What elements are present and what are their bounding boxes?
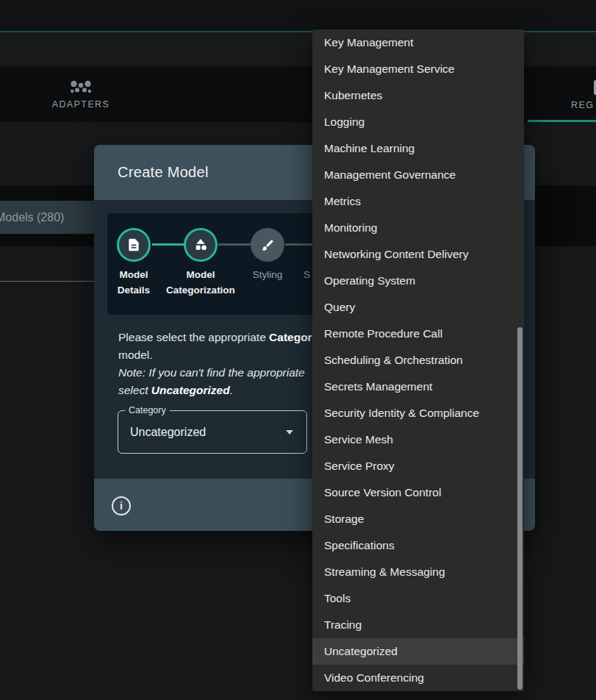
stepper-connector	[218, 243, 251, 246]
models-tab-label: Models (280)	[0, 211, 64, 224]
step-label-4: S	[304, 267, 310, 282]
tab-registries[interactable]: REG	[528, 66, 596, 122]
dropdown-option[interactable]: Tracing	[312, 612, 524, 638]
category-select-label: Category	[125, 405, 170, 415]
top-app-bar	[0, 0, 596, 31]
dropdown-option[interactable]: Kubernetes	[312, 82, 524, 109]
dropdown-option[interactable]: Networking Content Delivery	[312, 241, 524, 268]
dropdown-option[interactable]: Security Identity & Compliance	[312, 400, 524, 426]
dropdown-option[interactable]: Monitoring	[312, 215, 524, 241]
brush-icon	[261, 238, 275, 252]
tab-adapters[interactable]: ADAPTERS	[22, 66, 140, 122]
divider-line	[0, 281, 94, 282]
dropdown-option[interactable]: Tools	[312, 585, 524, 612]
dropdown-option[interactable]: Specifications	[312, 532, 524, 559]
dropdown-option[interactable]: Service Proxy	[312, 453, 524, 479]
dropdown-option[interactable]: Metrics	[312, 188, 524, 215]
tab-adapters-label: ADAPTERS	[52, 99, 110, 110]
dropdown-option[interactable]: Key Management Service	[312, 56, 524, 82]
dropdown-option[interactable]: Service Mesh	[312, 426, 524, 453]
dropdown-option[interactable]: Remote Procedure Call	[312, 321, 524, 347]
active-tab-indicator	[528, 120, 596, 122]
dropdown-option[interactable]: Management Governance	[312, 162, 524, 188]
category-instruction-text: Please select the appropriate Category m…	[118, 329, 318, 364]
category-select[interactable]: Uncategorized	[118, 410, 307, 454]
category-select-value: Uncategorized	[130, 426, 206, 439]
shapes-icon	[193, 238, 208, 252]
dropdown-option[interactable]: Video Conferencing	[312, 665, 524, 691]
dropdown-option[interactable]: Scheduling & Orchestration	[312, 347, 524, 374]
dropdown-option[interactable]: Query	[312, 294, 524, 321]
category-dropdown-menu: Key Management Key Management Service Ku…	[312, 29, 524, 691]
dropdown-option[interactable]: Operating System	[312, 268, 524, 294]
dropdown-option[interactable]: Uncategorized	[312, 638, 524, 665]
dropdown-option[interactable]: Key Management	[312, 29, 524, 56]
step-styling[interactable]	[251, 228, 284, 262]
dropdown-option[interactable]: Streaming & Messaging	[312, 559, 524, 585]
chevron-down-icon	[286, 430, 293, 435]
dialog-title: Create Model	[118, 164, 209, 181]
step-model-categorization[interactable]	[184, 228, 218, 262]
document-icon	[126, 238, 141, 252]
info-button[interactable]: i	[112, 496, 131, 515]
step-model-details[interactable]	[117, 228, 151, 262]
dropdown-option[interactable]: Storage	[312, 506, 524, 532]
dropdown-option[interactable]: Source Version Control	[312, 479, 524, 506]
dropdown-scrollbar-thumb[interactable]	[517, 327, 523, 690]
step-label-styling: Styling	[223, 267, 312, 282]
dropdown-option[interactable]: Logging	[312, 109, 524, 135]
info-icon: i	[120, 500, 123, 512]
tab-registries-label: REG	[571, 100, 596, 110]
stepper-connector	[152, 243, 184, 246]
dropdown-option[interactable]: Machine Learning	[312, 135, 524, 162]
app-root: ADAPTERS REG Models (280) Create Model	[0, 0, 596, 700]
category-note-text: Note: If you can't find the appropriate …	[118, 364, 305, 399]
dropdown-option[interactable]: Secrets Management	[312, 374, 524, 400]
adapters-dots-icon	[70, 79, 92, 95]
registry-server-icon	[592, 79, 596, 96]
